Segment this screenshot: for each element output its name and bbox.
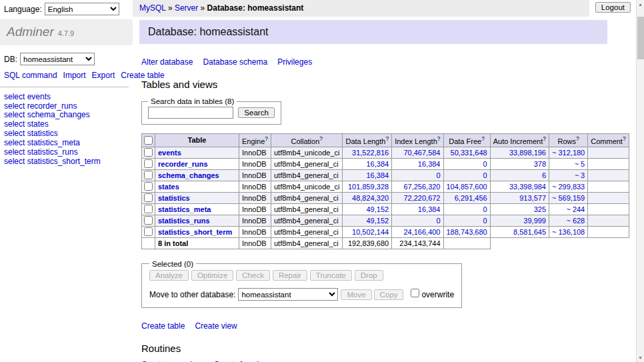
sidebar-table-link-select-statistics[interactable]: select statistics [4, 129, 129, 139]
search-button[interactable]: Search [238, 107, 274, 118]
row-checkbox-states[interactable] [144, 182, 153, 191]
index-length-link[interactable]: 24,166,400 [403, 228, 440, 236]
data-free-link[interactable]: 0 [483, 171, 487, 179]
search-input[interactable] [148, 107, 233, 119]
adminer-version[interactable]: 4.7.9 [58, 29, 74, 37]
analyze-button[interactable]: Analyze [149, 270, 189, 281]
rows-link[interactable]: ~ 569,159 [552, 194, 585, 202]
auto-increment-link[interactable]: 6 [542, 171, 546, 179]
scroll-down-icon[interactable]: ▼ [637, 353, 644, 362]
sidebar-table-link-select-statistics-meta[interactable]: select statistics_meta [4, 139, 129, 148]
data-length-link[interactable]: 49,152 [366, 205, 389, 213]
sidebar-table-link-select-schema-changes[interactable]: select schema_changes [4, 111, 129, 120]
auto-increment-link[interactable]: 33,898,196 [509, 149, 546, 157]
auto-increment-link[interactable]: 913,577 [519, 194, 546, 202]
auto-increment-link[interactable]: 8,581,645 [513, 228, 546, 236]
adminer-logo[interactable]: Adminer4.7.9 [0, 19, 133, 45]
table-link-statistics-meta[interactable]: statistics_meta [158, 205, 211, 213]
data-free-link[interactable]: 0 [483, 205, 487, 213]
row-checkbox-recorder-runs[interactable] [144, 159, 153, 168]
rows-link[interactable]: ~ 3 [575, 171, 585, 179]
data-free-link[interactable]: 6,291,456 [455, 194, 487, 202]
truncate-button[interactable]: Truncate [310, 270, 352, 281]
data-free-link[interactable]: 0 [483, 217, 487, 225]
data-free-link[interactable]: 188,743,680 [447, 228, 487, 236]
rows-link[interactable]: ~ 136,108 [552, 228, 585, 236]
data-length-link[interactable]: 31,522,816 [352, 149, 389, 157]
data-length-link[interactable]: 101,859,328 [348, 183, 389, 191]
adminer-brand[interactable]: Adminer [7, 25, 54, 39]
table-link-recorder-runs[interactable]: recorder_runs [158, 160, 208, 168]
scrollbar-thumb[interactable] [637, 17, 644, 59]
index-length-link[interactable]: 0 [436, 217, 440, 225]
help-icon[interactable]: ? [319, 135, 323, 142]
drop-button[interactable]: Drop [355, 270, 383, 281]
create-link-create-table[interactable]: Create table [141, 321, 185, 331]
index-length-link[interactable]: 0 [436, 171, 440, 179]
check-button[interactable]: Check [236, 270, 270, 281]
scroll-up-icon[interactable]: ▲ [637, 0, 644, 9]
row-checkbox-statistics[interactable] [144, 193, 153, 202]
data-length-link[interactable]: 16,384 [366, 171, 389, 179]
move-button[interactable]: Move [341, 289, 371, 300]
help-icon[interactable]: ? [623, 135, 626, 142]
index-length-link[interactable]: 16,384 [418, 205, 441, 213]
vertical-scrollbar[interactable]: ▲ ▼ [636, 0, 644, 362]
sidebar-table-link-select-events[interactable]: select events [4, 93, 129, 102]
help-icon[interactable]: ? [481, 135, 485, 142]
repair-button[interactable]: Repair [273, 270, 307, 281]
table-link-statistics[interactable]: statistics [158, 194, 190, 202]
row-checkbox-events[interactable] [144, 148, 153, 157]
auto-increment-link[interactable]: 378 [534, 160, 546, 168]
table-link-states[interactable]: states [158, 183, 179, 191]
language-select[interactable]: English [45, 3, 119, 15]
overwrite-checkbox[interactable] [411, 289, 419, 297]
index-length-link[interactable]: 72,220,672 [403, 194, 440, 202]
help-icon[interactable]: ? [265, 135, 268, 142]
row-checkbox-statistics-short-term[interactable] [144, 227, 153, 236]
auto-increment-link[interactable]: 33,398,984 [509, 183, 546, 191]
db-select[interactable]: homeassistant [20, 53, 95, 65]
breadcrumb-link-server[interactable]: Server [175, 3, 198, 13]
sidebar-link-sql-command[interactable]: SQL command [4, 71, 57, 80]
db-link-privileges[interactable]: Privileges [277, 57, 312, 67]
rows-link[interactable]: ~ 299,833 [552, 183, 585, 191]
breadcrumb-link-mysql[interactable]: MySQL [139, 3, 166, 13]
db-link-alter-database[interactable]: Alter database [141, 57, 193, 67]
table-link-schema-changes[interactable]: schema_changes [158, 171, 219, 179]
sidebar-table-link-select-statistics-short-term[interactable]: select statistics_short_term [4, 157, 129, 167]
index-length-link[interactable]: 67,256,320 [403, 183, 440, 191]
move-db-select[interactable]: homeassistant [238, 288, 338, 301]
optimize-button[interactable]: Optimize [191, 270, 233, 281]
auto-increment-link[interactable]: 39,999 [523, 217, 546, 225]
data-free-link[interactable]: 104,857,600 [447, 183, 487, 191]
help-icon[interactable]: ? [576, 135, 579, 142]
sidebar-table-link-select-states[interactable]: select states [4, 120, 129, 129]
index-length-link[interactable]: 16,384 [418, 160, 441, 168]
row-checkbox-statistics-runs[interactable] [144, 216, 153, 225]
row-checkbox-statistics-meta[interactable] [144, 205, 153, 213]
help-icon[interactable]: ? [437, 135, 441, 142]
table-link-statistics-runs[interactable]: statistics_runs [158, 217, 210, 225]
data-length-link[interactable]: 16,384 [366, 160, 389, 168]
sidebar-table-link-select-recorder-runs[interactable]: select recorder_runs [4, 102, 129, 111]
data-length-link[interactable]: 49,152 [366, 217, 389, 225]
rows-link[interactable]: ~ 312,180 [552, 149, 585, 157]
help-icon[interactable]: ? [543, 135, 546, 142]
table-link-events[interactable]: events [158, 149, 181, 157]
rows-link[interactable]: ~ 244 [566, 205, 585, 213]
data-length-link[interactable]: 10,502,144 [352, 228, 389, 236]
sidebar-table-link-select-statistics-runs[interactable]: select statistics_runs [4, 148, 129, 157]
sidebar-link-import[interactable]: Import [63, 71, 86, 80]
data-free-link[interactable]: 0 [483, 160, 487, 168]
auto-increment-link[interactable]: 325 [534, 205, 546, 213]
sidebar-link-export[interactable]: Export [92, 71, 115, 80]
index-length-link[interactable]: 70,467,584 [403, 149, 440, 157]
copy-button[interactable]: Copy [374, 289, 404, 300]
row-checkbox-schema-changes[interactable] [144, 171, 153, 179]
create-link-create-view[interactable]: Create view [195, 321, 237, 331]
select-all-checkbox[interactable] [144, 136, 153, 145]
db-link-database-schema[interactable]: Database schema [203, 57, 267, 67]
rows-link[interactable]: ~ 628 [566, 217, 585, 225]
logout-button[interactable]: Logout [595, 2, 631, 13]
